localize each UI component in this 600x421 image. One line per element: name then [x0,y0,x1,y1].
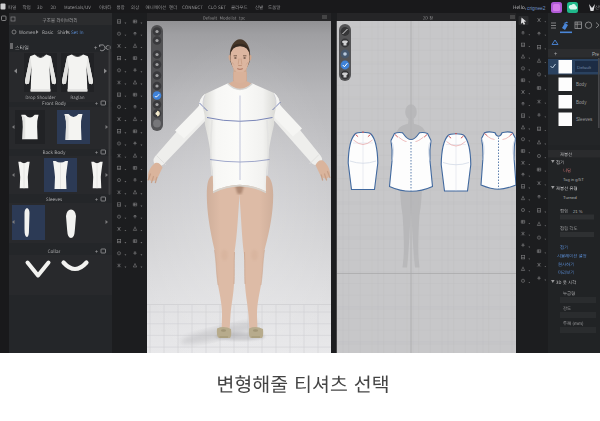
svg-text:Sleeves: Sleeves [576,117,593,122]
svg-text:Pre: Pre [592,52,600,57]
svg-text:Default: Default [577,65,592,70]
svg-text:Turned: Turned [563,195,577,200]
svg-text:crignee2: crignee2 [527,6,546,11]
svg-text:Body: Body [576,82,587,87]
svg-text:21 %: 21 % [573,209,583,214]
svg-text:Tag in g/5T: Tag in g/5T [563,177,584,182]
svg-text:Body: Body [576,100,587,105]
